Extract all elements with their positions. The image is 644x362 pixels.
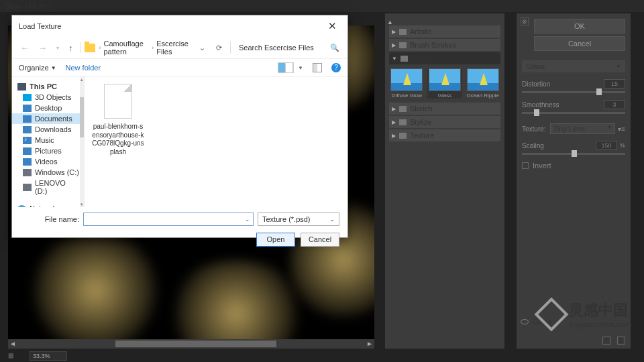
- filter-ocean-ripple[interactable]: Ocean Ripple: [465, 68, 500, 99]
- search-input[interactable]: Search Escercise Files: [236, 42, 323, 54]
- close-button[interactable]: ✕: [324, 20, 341, 32]
- videos-icon: [23, 158, 32, 166]
- filter-diffuse-glow[interactable]: Diffuse Glow: [389, 68, 425, 99]
- filter-category-texture[interactable]: ▶Texture: [389, 129, 500, 141]
- organize-menu[interactable]: Organize▼: [19, 64, 56, 72]
- scroll-down-arrow[interactable]: ▾: [80, 202, 84, 207]
- filename-input[interactable]: ⌄: [83, 213, 254, 226]
- scroll-thumb[interactable]: [80, 97, 84, 137]
- breadcrumb-segment[interactable]: Camouflage pattern: [104, 40, 150, 56]
- zoom-level[interactable]: 33.3%: [30, 351, 67, 361]
- folder-icon: [399, 133, 407, 139]
- cancel-filter-button[interactable]: Cancel: [534, 36, 625, 51]
- scaling-slider[interactable]: [522, 153, 625, 155]
- open-button[interactable]: Open: [256, 233, 295, 247]
- file-list[interactable]: paul-blenkhorn-sensoryarthouse-kCG078lQg…: [85, 77, 347, 207]
- distortion-value[interactable]: 15: [604, 79, 625, 88]
- filter-glass[interactable]: Glass: [427, 68, 463, 99]
- folder-icon: [400, 56, 408, 62]
- cancel-button[interactable]: Cancel: [301, 233, 339, 247]
- chevron-down-icon[interactable]: ⌄: [245, 216, 250, 223]
- smoothness-value[interactable]: 3: [604, 100, 625, 109]
- tree-pictures[interactable]: Pictures: [12, 145, 84, 156]
- chevron-down-icon: ▼: [392, 56, 397, 62]
- tree-desktop[interactable]: Desktop: [12, 103, 84, 113]
- breadcrumb-segment[interactable]: Escercise Files: [156, 40, 191, 56]
- file-item[interactable]: paul-blenkhorn-sensoryarthouse-kCG078lQg…: [91, 84, 145, 156]
- filetype-dropdown[interactable]: Texture (*.psd)⌄: [258, 213, 339, 226]
- path-dropdown[interactable]: ⌄: [195, 44, 209, 52]
- status-handle-icon: ⊞: [8, 352, 13, 359]
- app-title: Glass (33.3%): [4, 2, 51, 10]
- tree-music[interactable]: Music: [12, 135, 84, 145]
- pc-icon: [17, 83, 26, 90]
- dialog-nav: ← → ▾ ↑ › Camouflage pattern › Escercise…: [12, 37, 347, 59]
- search-icon[interactable]: 🔍: [327, 44, 342, 52]
- scroll-thumb[interactable]: [115, 341, 276, 347]
- recent-dropdown[interactable]: ▾: [54, 44, 62, 52]
- filter-thumbnails: Diffuse Glow Glass Ocean Ripple: [385, 66, 504, 101]
- smoothness-slider[interactable]: [522, 112, 625, 114]
- smoothness-label: Smoothness: [522, 101, 559, 109]
- scroll-up-arrow[interactable]: ▴: [80, 77, 84, 82]
- view-dropdown[interactable]: ▼: [298, 65, 303, 71]
- filter-settings-panel: ⊗ OK Cancel Glass▼ Distortion15 Smoothne…: [517, 13, 631, 349]
- chevron-right-icon: ▶: [392, 119, 396, 125]
- watermark: 灵感中国 lingganchina.com: [539, 300, 632, 328]
- dialog-title: Load Texture: [19, 22, 61, 30]
- back-button[interactable]: ←: [17, 42, 32, 54]
- checkbox-box: [522, 162, 529, 169]
- tree-scrollbar[interactable]: ▴▾: [80, 77, 84, 207]
- view-mode-button[interactable]: [278, 62, 294, 73]
- folder-tree: This PC 3D Objects Desktop Documents Dow…: [12, 77, 85, 207]
- chevron-right-icon: ›: [99, 44, 101, 51]
- new-effect-layer-icon[interactable]: ⊞: [602, 337, 610, 345]
- folder-icon: [399, 29, 407, 35]
- ok-button[interactable]: OK: [534, 19, 625, 34]
- panel-toggle-icon[interactable]: ⊗: [521, 17, 529, 25]
- tree-documents[interactable]: Documents: [12, 113, 84, 124]
- new-folder-button[interactable]: New folder: [66, 64, 101, 72]
- folder-icon: [85, 44, 95, 52]
- tree-videos[interactable]: Videos: [12, 156, 84, 167]
- scaling-unit: %: [620, 142, 625, 149]
- chevron-down-icon: ▼: [51, 65, 56, 71]
- dialog-toolbar: Organize▼ New folder ▼ ?: [12, 59, 347, 77]
- eye-icon[interactable]: [521, 319, 529, 324]
- up-button[interactable]: ↑: [66, 42, 76, 54]
- tree-downloads[interactable]: Downloads: [12, 124, 84, 135]
- invert-checkbox[interactable]: Invert: [522, 162, 625, 170]
- filter-category-artistic[interactable]: ▶Artistic: [389, 25, 500, 38]
- dialog-titlebar[interactable]: Load Texture ✕: [12, 15, 347, 37]
- filter-category-brush-strokes[interactable]: ▶Brush Strokes: [389, 39, 500, 51]
- help-button[interactable]: ?: [331, 63, 341, 72]
- texture-dropdown[interactable]: Tiny Lens▼: [550, 123, 616, 134]
- chevron-right-icon: ▶: [392, 42, 396, 48]
- filter-name-dropdown[interactable]: Glass▼: [522, 60, 625, 72]
- filter-gallery-panel: ▲ ▶Artistic ▶Brush Strokes ▼Distort Diff…: [385, 13, 504, 349]
- refresh-button[interactable]: ⟳: [213, 44, 225, 52]
- tree-drive-c[interactable]: Windows (C:): [12, 167, 84, 178]
- distortion-slider[interactable]: [522, 91, 625, 93]
- scroll-left-arrow[interactable]: ◄: [8, 339, 17, 349]
- canvas-h-scrollbar[interactable]: ◄ ►: [8, 339, 374, 349]
- tree-this-pc[interactable]: This PC: [12, 81, 84, 92]
- scaling-value[interactable]: 150: [596, 141, 617, 150]
- scroll-right-arrow[interactable]: ►: [365, 339, 374, 349]
- filter-category-distort[interactable]: ▼Distort: [389, 52, 500, 64]
- chevron-right-icon: ▶: [392, 133, 396, 139]
- panel-collapse-icon[interactable]: ▲: [387, 19, 393, 25]
- tree-drive-d[interactable]: LENOVO (D:): [12, 178, 84, 196]
- chevron-down-icon: ▼: [616, 64, 621, 70]
- documents-icon: [23, 115, 32, 123]
- delete-effect-layer-icon[interactable]: 🗑: [617, 337, 625, 345]
- file-name: paul-blenkhorn-sensoryarthouse-kCG078lQg…: [91, 123, 145, 156]
- texture-load-icon[interactable]: ▾≡: [618, 125, 625, 133]
- watermark-cn: 灵感中国: [569, 300, 632, 320]
- folder-icon: [399, 106, 407, 112]
- filter-category-sketch[interactable]: ▶Sketch: [389, 103, 500, 115]
- breadcrumb[interactable]: › Camouflage pattern › Escercise Files: [99, 40, 192, 56]
- tree-3d-objects[interactable]: 3D Objects: [12, 92, 84, 103]
- filter-category-stylize[interactable]: ▶Stylize: [389, 116, 500, 128]
- tree-network[interactable]: Network: [12, 203, 84, 207]
